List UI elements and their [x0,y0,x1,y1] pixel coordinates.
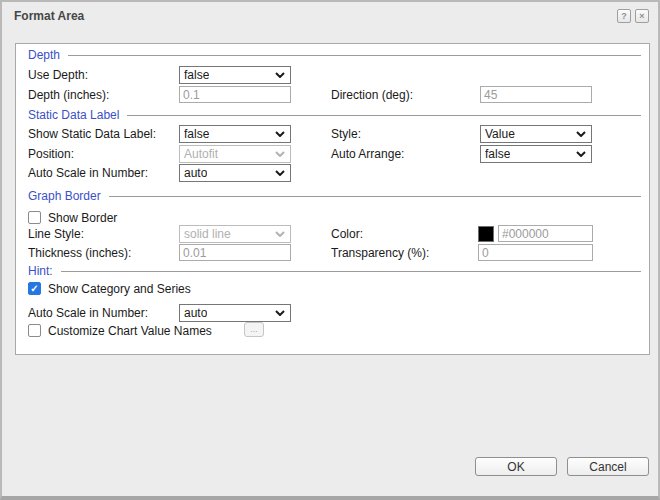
row-thickness-transparency: Thickness (inches): Transparency (%): [28,244,641,262]
row-depth-direction: Depth (inches): Direction (deg): [28,86,641,104]
dialog-title: Format Area [14,9,84,23]
cancel-button[interactable]: Cancel [567,457,649,476]
format-area-dialog: Format Area ? × Depth Use Depth: false D… [0,0,660,500]
direction-label: Direction (deg): [331,86,413,104]
position-value: Autofit [184,147,218,161]
section-header-hint: Hint: [28,264,641,278]
auto-arrange-value: false [485,147,510,161]
line-style-value: solid line [184,227,231,241]
show-border-checkbox[interactable] [28,211,41,224]
row-show-static-data-label: Show Static Data Label: false Style: Val… [28,125,641,143]
auto-scale-select-hint[interactable]: auto [179,304,291,322]
thickness-label: Thickness (inches): [28,244,131,262]
use-depth-value: false [184,68,209,82]
show-category-series-label: Show Category and Series [48,282,191,296]
chevron-down-icon [275,151,285,157]
chevron-down-icon [576,151,586,157]
position-label: Position: [28,145,74,163]
chevron-down-icon [275,231,285,237]
chevron-down-icon [275,131,285,137]
style-value: Value [485,127,515,141]
style-label: Style: [331,125,361,143]
customize-chart-value-names-label: Customize Chart Value Names [48,324,212,338]
transparency-label: Transparency (%): [331,244,429,262]
customize-chart-value-names-checkbox[interactable] [28,324,41,337]
section-rule [127,115,641,116]
row-linestyle-color: Line Style: solid line Color: [28,225,641,243]
depth-inches-input [179,86,291,103]
thickness-input [179,244,291,261]
row-use-depth: Use Depth: false [28,66,641,84]
use-depth-label: Use Depth: [28,66,88,84]
auto-scale-select-sdl[interactable]: auto [179,164,291,182]
section-rule [61,271,641,272]
depth-inches-label: Depth (inches): [28,86,109,104]
row-customize-chart-value-names: Customize Chart Value Names ... [28,324,641,338]
color-input [498,225,593,242]
chevron-down-icon [275,72,285,78]
position-select: Autofit [179,145,291,163]
auto-scale-hint-value: auto [184,306,207,320]
row-position-autoarrange: Position: Autofit Auto Arrange: false [28,145,641,163]
section-header-graph-border: Graph Border [28,189,641,203]
style-select[interactable]: Value [480,125,592,143]
row-show-category-series: ✓ Show Category and Series [28,282,641,296]
section-header-static-data-label: Static Data Label [28,108,641,122]
chevron-down-icon [275,170,285,176]
section-title: Graph Border [28,189,101,203]
show-static-data-label-value: false [184,127,209,141]
show-static-data-label-select[interactable]: false [179,125,291,143]
auto-scale-hint-label: Auto Scale in Number: [28,304,148,322]
auto-scale-value: auto [184,166,207,180]
use-depth-select[interactable]: false [179,66,291,84]
close-icon[interactable]: × [635,9,649,23]
row-show-border: Show Border [28,211,641,225]
show-border-label: Show Border [48,211,117,225]
browse-button: ... [244,322,264,337]
row-auto-scale-sdl: Auto Scale in Number: auto [28,164,641,182]
section-rule [109,196,641,197]
show-category-series-checkbox[interactable]: ✓ [28,282,41,295]
transparency-input [478,244,593,261]
content-panel: Depth Use Depth: false Depth (inches): D… [15,43,650,355]
section-title: Depth [28,48,60,62]
row-auto-scale-hint: Auto Scale in Number: auto [28,304,641,322]
checkmark-icon: ✓ [30,282,38,295]
auto-arrange-select[interactable]: false [480,145,592,163]
section-title: Static Data Label [28,108,119,122]
color-label: Color: [331,225,363,243]
chevron-down-icon [576,131,586,137]
color-swatch [478,226,494,242]
line-style-select: solid line [179,225,291,243]
direction-input [480,86,592,103]
section-title: Hint: [28,264,53,278]
title-bar: Format Area ? × [2,2,658,30]
chevron-down-icon [275,310,285,316]
auto-arrange-label: Auto Arrange: [331,145,404,163]
section-header-depth: Depth [28,48,641,62]
show-static-data-label-label: Show Static Data Label: [28,125,156,143]
section-rule [68,55,641,56]
line-style-label: Line Style: [28,225,84,243]
auto-scale-label: Auto Scale in Number: [28,164,148,182]
help-icon[interactable]: ? [617,9,631,23]
ok-button[interactable]: OK [475,457,557,476]
